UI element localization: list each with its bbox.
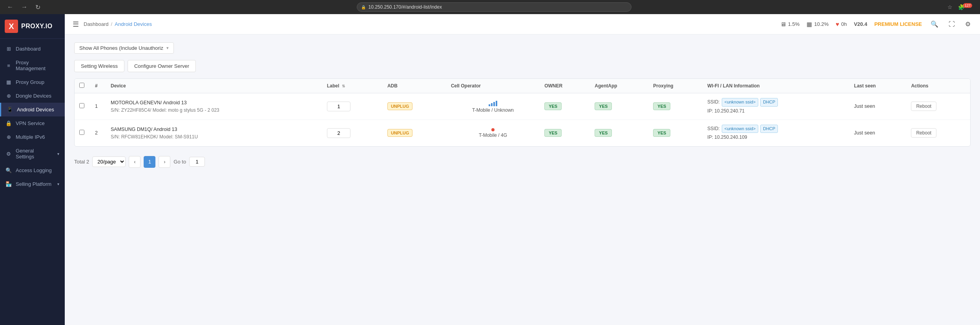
back-button[interactable]: ← (5, 3, 16, 11)
row-actions: Reboot (906, 93, 970, 120)
device-name: SAMSUNG DM1Q/ Android 13 (111, 126, 318, 133)
row-num: 2 (90, 120, 106, 146)
heart-icon: ♥ (836, 21, 839, 27)
prev-page-button[interactable]: ‹ (129, 156, 141, 168)
page-1-button[interactable]: 1 (144, 156, 155, 168)
ssid-tag: <unknown ssid> (722, 125, 759, 133)
select-all-checkbox[interactable] (79, 83, 84, 88)
sidebar-item-label: Dashboard (16, 46, 59, 52)
sidebar-item-dashboard[interactable]: ⊞ Dashboard (0, 42, 65, 56)
label-input[interactable] (327, 102, 350, 111)
row-operator: T-Mobile / Unknown (446, 93, 540, 120)
sidebar-item-access-logging[interactable]: 🔍 Access Logging (0, 163, 65, 177)
breadcrumb-current: Android Devices (115, 21, 152, 27)
forward-button[interactable]: → (19, 3, 30, 11)
refresh-button[interactable]: ↻ (33, 3, 43, 12)
table-row: 2 SAMSUNG DM1Q/ Android 13 S/N: RFCW81EH… (75, 120, 970, 146)
agentapp-badge: YES (595, 102, 612, 110)
next-page-button[interactable]: › (159, 156, 170, 168)
signal-bars (489, 100, 497, 106)
sidebar-item-proxy-management[interactable]: ≡ Proxy Management (0, 56, 65, 75)
header-proxying: Proxying (648, 79, 703, 93)
sidebar: X PROXY.IO ⊞ Dashboard ≡ Proxy Managemen… (0, 14, 65, 325)
uptime-metric: ♥ 0h (836, 21, 847, 27)
settings-icon: ⚙ (5, 151, 12, 157)
sidebar-item-android-devices[interactable]: 📱 Android Devices (0, 103, 65, 116)
logo-text: PROXY.IO (21, 23, 53, 30)
sidebar-item-general-settings[interactable]: ⚙ General Settings ▾ (0, 144, 65, 163)
reboot-button[interactable]: Reboot (911, 128, 936, 138)
fullscreen-button[interactable]: ⛶ (947, 19, 956, 29)
signal-bar-2 (491, 103, 493, 106)
sidebar-item-label: Dongle Devices (16, 93, 59, 99)
dhcp-tag: DHCP (760, 125, 778, 133)
sidebar-item-label: Access Logging (16, 167, 59, 173)
ssid-tag: <unknown ssid> (722, 98, 759, 107)
row-last-seen: Just seen (849, 120, 906, 146)
extensions-badge: 127 (963, 3, 972, 8)
row-device: SAMSUNG DM1Q/ Android 13 S/N: RFCW81EHKD… (106, 120, 322, 146)
breadcrumb-separator: / (111, 21, 113, 27)
ram-icon: ▦ (807, 21, 812, 28)
sidebar-item-selling-platform[interactable]: 🏪 Selling Platform ▾ (0, 177, 65, 191)
ram-metric: ▦ 10.2% (807, 21, 829, 28)
adb-badge: UNPLUG (387, 102, 412, 110)
filter-dropdown[interactable]: Show All Phones (Include Unauthoriz ▾ (74, 42, 174, 54)
dhcp-tag: DHCP (760, 98, 778, 107)
sidebar-item-label: Android Devices (17, 107, 59, 113)
setting-wireless-button[interactable]: Setting Wireless (74, 60, 124, 72)
header-owner: OWNER (540, 79, 590, 93)
breadcrumb-home: Dashboard (84, 21, 109, 27)
goto-label: Go to (173, 159, 186, 165)
sidebar-item-label: Selling Platform (16, 181, 53, 187)
devices-table-wrapper: # Device Label ⇅ ADB Cell Operator OWNER… (74, 78, 971, 147)
owner-badge: YES (544, 102, 562, 110)
row-wifi: SSID: <unknown ssid> DHCP IP: 10.250.240… (703, 120, 849, 146)
header-cell-operator: Cell Operator (446, 79, 540, 93)
header-actions: Actions (906, 79, 970, 93)
row-adb: UNPLUG (383, 93, 446, 120)
agentapp-badge: YES (595, 129, 612, 137)
ssid-label: SSID: (707, 98, 719, 106)
row-checkbox[interactable] (79, 130, 84, 135)
sidebar-item-label: General Settings (16, 148, 53, 160)
per-page-select[interactable]: 20/page (92, 156, 126, 167)
search-button[interactable]: 🔍 (929, 19, 940, 29)
row-adb: UNPLUG (383, 120, 446, 146)
browser-actions: ☆ 🧩127 (946, 3, 975, 11)
goto-input[interactable] (189, 157, 205, 167)
row-operator: T-Mobile / 4G (446, 120, 540, 146)
row-num: 1 (90, 93, 106, 120)
configure-owner-button[interactable]: Configure Owner Server (128, 60, 196, 72)
label-input[interactable] (327, 128, 350, 138)
operator-name: T-Mobile / 4G (479, 133, 507, 138)
table-row: 1 MOTOROLA GENEVN/ Android 13 S/N: ZY22H… (75, 93, 970, 120)
sidebar-item-proxy-group[interactable]: ▦ Proxy Group (0, 75, 65, 89)
ram-value: 10.2% (814, 21, 829, 27)
extensions-button[interactable]: 🧩127 (956, 3, 975, 11)
sidebar-item-vpn-service[interactable]: 🔒 VPN Service (0, 116, 65, 130)
selling-icon: 🏪 (5, 181, 12, 187)
uptime-value: 0h (841, 21, 847, 27)
sidebar-item-label: VPN Service (16, 120, 59, 126)
topbar-metrics: 🖥 1.5% ▦ 10.2% ♥ 0h V20.4 PREMIUM LICENS… (780, 19, 972, 29)
row-agentapp: YES (590, 93, 648, 120)
settings-button[interactable]: ⚙ (964, 19, 972, 29)
sidebar-item-multiple-ipv6[interactable]: ⊕ Multiple IPv6 (0, 130, 65, 144)
star-button[interactable]: ☆ (946, 3, 954, 11)
sidebar-item-label: Multiple IPv6 (16, 134, 59, 140)
row-checkbox-cell (75, 93, 90, 120)
url-bar[interactable]: 🔒 10.250.250.170/#/android-list/index (357, 2, 631, 12)
proxy-management-icon: ≡ (5, 63, 12, 69)
hamburger-button[interactable]: ☰ (73, 20, 79, 29)
row-checkbox[interactable] (79, 103, 84, 108)
header-checkbox (75, 79, 90, 93)
owner-badge: YES (544, 129, 562, 137)
lock-icon: 🔒 (361, 5, 366, 9)
chevron-down-icon: ▾ (57, 152, 59, 156)
url-text: 10.250.250.170/#/android-list/index (368, 4, 442, 10)
sidebar-item-dongle-devices[interactable]: ⊕ Dongle Devices (0, 89, 65, 103)
proxying-badge: YES (653, 129, 670, 137)
filter-bar: Show All Phones (Include Unauthoriz ▾ (74, 42, 971, 54)
reboot-button[interactable]: Reboot (911, 102, 936, 111)
